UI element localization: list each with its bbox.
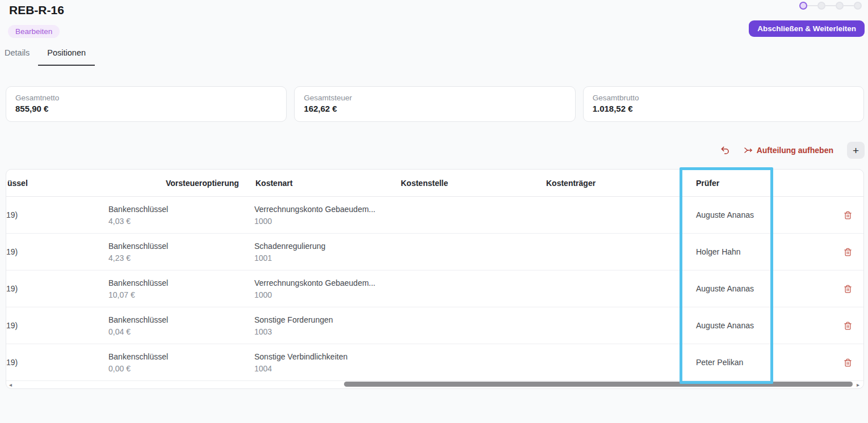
remove-split-label: Aufteilung aufheben (757, 146, 833, 155)
cell-actions (782, 284, 863, 294)
scroll-left-icon[interactable]: ◂ (9, 382, 12, 388)
cell-pruefer: Auguste Ananas (690, 209, 782, 221)
cell-steuerschluessel: 19) (6, 209, 108, 221)
table-row[interactable]: 19) Bankenschlüssel4,23 € Schadenregulie… (6, 234, 863, 270)
card-value: 1.018,52 € (593, 104, 854, 113)
delete-row-button[interactable] (842, 210, 853, 221)
page-title: REB-R-16 (9, 3, 64, 17)
card-value: 855,90 € (15, 104, 277, 113)
cell-pruefer: Auguste Ananas (690, 320, 782, 331)
status-badge: Bearbeiten (8, 25, 60, 38)
scroll-right-icon[interactable]: ▸ (857, 382, 859, 388)
card-value: 162,62 € (304, 104, 565, 113)
cell-pruefer: Auguste Ananas (690, 283, 782, 294)
tab-bar: Details Positionen (5, 48, 95, 66)
step-connector (844, 5, 854, 6)
step-connector (825, 5, 836, 6)
col-header-vorsteueroptierung: Vorsteueroptierung (108, 179, 254, 188)
cell-vorsteuer: Bankenschlüssel0,04 € (108, 314, 254, 337)
tab-details[interactable]: Details (5, 48, 38, 66)
trash-icon (844, 322, 852, 330)
delete-row-button[interactable] (842, 284, 853, 294)
undo-arrow-icon (720, 145, 730, 155)
delete-row-button[interactable] (842, 247, 853, 257)
table-row[interactable]: 19) Bankenschlüssel4,03 € Verrechnungsko… (6, 197, 863, 234)
card-label: Gesamtsteuer (304, 94, 565, 102)
cell-vorsteuer: Bankenschlüssel4,23 € (108, 240, 254, 264)
table-row[interactable]: 19) Bankenschlüssel10,07 € Verrechnungsk… (6, 270, 863, 307)
step-dot-1[interactable] (799, 2, 807, 10)
cell-steuerschluessel: 19) (6, 320, 108, 331)
table-toolbar: Aufteilung aufheben + (720, 142, 865, 159)
horizontal-scrollbar[interactable]: ◂ ▸ (6, 380, 863, 388)
cell-kostenart: Verrechnungskonto Gebaeudem...1000 (254, 277, 400, 301)
cell-actions (782, 357, 863, 368)
table-header-row: üssel Vorsteueroptierung Kostenart Koste… (6, 170, 863, 197)
cell-actions (782, 320, 863, 331)
merge-arrow-icon (744, 146, 753, 155)
table-row[interactable]: 19) Bankenschlüssel0,00 € Sonstige Verbi… (6, 344, 863, 381)
col-header-kostenart: Kostenart (254, 179, 400, 188)
cell-actions (782, 210, 863, 221)
card-label: Gesamtbrutto (593, 94, 854, 102)
cell-steuerschluessel: 19) (6, 357, 108, 368)
cell-vorsteuer: Bankenschlüssel10,07 € (108, 277, 254, 301)
card-gesamtbrutto: Gesamtbrutto 1.018,52 € (583, 86, 864, 122)
delete-row-button[interactable] (842, 357, 853, 368)
cell-kostenart: Verrechnungskonto Gebaeudem...1000 (254, 204, 400, 227)
invoice-positions-page: REB-R-16 Bearbeiten Abschließen & Weiter… (0, 0, 868, 423)
cell-kostenart: Schadenregulierung1001 (254, 240, 400, 264)
undo-button[interactable] (720, 145, 730, 155)
trash-icon (844, 285, 852, 293)
col-header-kostenstelle: Kostenstelle (400, 179, 545, 188)
card-label: Gesamtnetto (15, 94, 277, 102)
cell-vorsteuer: Bankenschlüssel4,03 € (108, 204, 254, 227)
delete-row-button[interactable] (842, 320, 853, 331)
card-gesamtsteuer: Gesamtsteuer 162,62 € (294, 86, 575, 122)
trash-icon (844, 248, 852, 256)
col-header-steuerschluessel: üssel (6, 179, 108, 188)
card-gesamtnetto: Gesamtnetto 855,90 € (6, 86, 287, 122)
step-connector (807, 5, 817, 6)
cell-steuerschluessel: 19) (6, 246, 108, 257)
cell-kostenart: Sonstige Verbindlichkeiten1004 (254, 351, 400, 374)
step-dot-3[interactable] (836, 2, 844, 10)
cell-steuerschluessel: 19) (6, 283, 108, 294)
step-dot-4[interactable] (854, 2, 862, 10)
complete-forward-button[interactable]: Abschließen & Weiterleiten (749, 20, 865, 37)
tab-positionen[interactable]: Positionen (38, 48, 95, 66)
cell-actions (782, 247, 863, 257)
positions-table: üssel Vorsteueroptierung Kostenart Koste… (6, 169, 864, 389)
remove-split-action[interactable]: Aufteilung aufheben (744, 146, 833, 155)
scrollbar-thumb[interactable] (344, 382, 853, 387)
add-position-button[interactable]: + (847, 142, 865, 159)
step-dot-2[interactable] (817, 2, 825, 10)
trash-icon (844, 358, 852, 367)
col-header-pruefer: Prüfer (690, 179, 782, 188)
col-header-kostentraeger: Kostenträger (545, 179, 690, 188)
cell-pruefer: Peter Pelikan (690, 357, 782, 368)
trash-icon (844, 211, 852, 219)
progress-stepper (799, 2, 862, 10)
cell-kostenart: Sonstige Forderungen1003 (254, 314, 400, 337)
cell-pruefer: Holger Hahn (690, 246, 782, 257)
cell-vorsteuer: Bankenschlüssel0,00 € (108, 351, 254, 374)
summary-cards: Gesamtnetto 855,90 € Gesamtsteuer 162,62… (6, 86, 864, 122)
table-row[interactable]: 19) Bankenschlüssel0,04 € Sonstige Forde… (6, 307, 863, 344)
